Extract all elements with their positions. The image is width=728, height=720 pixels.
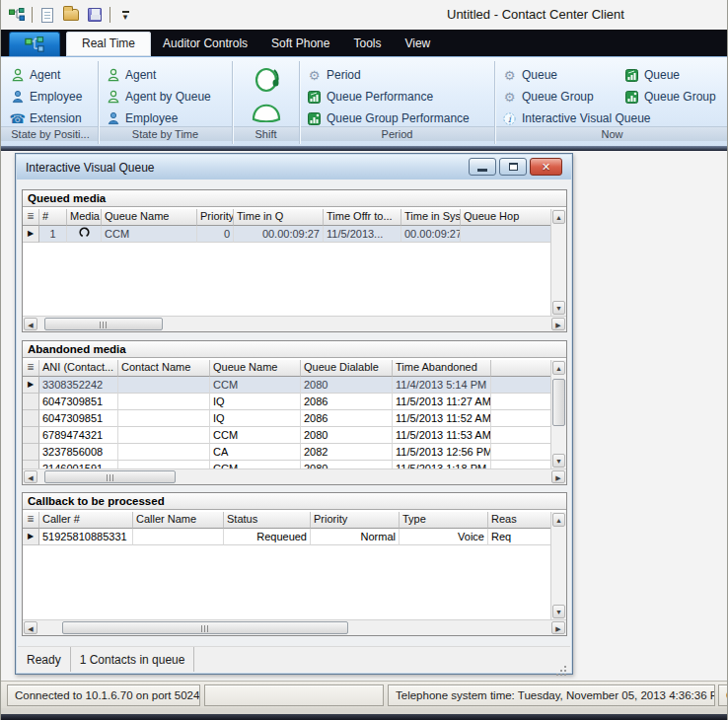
column-header[interactable]: Time Abandoned: [393, 360, 491, 377]
horizontal-scrollbar[interactable]: ◀ ▶: [23, 619, 566, 635]
scrollbar-thumb[interactable]: [62, 621, 348, 634]
scroll-down-icon[interactable]: ▼: [552, 454, 565, 468]
ribbon-item-extension[interactable]: ☎ Extension: [3, 108, 98, 129]
vertical-scrollbar[interactable]: ▲ ▼: [550, 209, 566, 316]
scroll-left-icon[interactable]: ◀: [24, 470, 37, 483]
scroll-up-icon[interactable]: ▲: [552, 513, 565, 527]
row-selector: [23, 394, 39, 410]
status-right-panel: Cu: [718, 684, 728, 706]
scroll-up-icon[interactable]: ▲: [552, 210, 565, 224]
table-row[interactable]: ▶ 1 CCM 0 00.00:09:27 11/5/2013... 00.00…: [23, 226, 566, 243]
scroll-right-icon[interactable]: ▶: [551, 470, 565, 483]
ribbon-item-queue-chart-now[interactable]: Queue: [624, 64, 728, 86]
open-folder-icon[interactable]: [62, 6, 80, 24]
column-options-icon[interactable]: ≣: [23, 209, 39, 226]
scroll-right-icon[interactable]: ▶: [551, 318, 565, 330]
table-row[interactable]: 3237856008 CA 2082 11/5/2013 12:56 PM: [23, 444, 566, 461]
interactive-visual-queue-window: Interactive Visual Queue ✕ Queued media …: [15, 153, 573, 675]
ribbon-item-queue-now[interactable]: ⚙ Queue: [495, 64, 643, 86]
column-header[interactable]: Contact Name: [118, 360, 210, 377]
cell-time-abandoned: 11/5/2013 12:56 PM: [393, 444, 491, 461]
column-header[interactable]: Media...: [67, 209, 102, 226]
ribbon-item-queue-group-now[interactable]: ⚙ Queue Group: [495, 86, 643, 108]
tab-real-time[interactable]: Real Time: [66, 32, 151, 56]
ribbon-item-agent[interactable]: Agent: [3, 64, 98, 86]
tab-tools[interactable]: Tools: [341, 32, 393, 56]
ribbon-item-label: Queue: [644, 68, 680, 82]
vertical-scrollbar[interactable]: ▲ ▼: [550, 360, 566, 468]
column-header[interactable]: #: [39, 209, 67, 226]
scroll-left-icon[interactable]: ◀: [24, 621, 37, 634]
maximize-button[interactable]: [499, 158, 527, 176]
table-row[interactable]: ▶ 3308352242 CCM 2080 11/4/2013 5:14 PM: [23, 377, 566, 394]
column-options-icon[interactable]: ≣: [23, 360, 39, 377]
status-connection: Connected to 10.1.6.70 on port 5024: [7, 684, 200, 706]
column-header[interactable]: Time in Sys: [401, 209, 461, 226]
horizontal-scrollbar[interactable]: ◀ ▶: [23, 316, 566, 331]
cell-queue-name: CA: [210, 444, 301, 461]
ribbon-item-agent-time[interactable]: Agent: [99, 64, 232, 86]
cell-ani: 6047309851: [39, 394, 118, 410]
horizontal-scrollbar[interactable]: ◀ ▶: [23, 468, 566, 484]
ribbon-item-employee[interactable]: Employee: [3, 86, 98, 108]
table-row[interactable]: 6789474321 CCM 2080 11/5/2013 11:53 AM: [23, 427, 566, 444]
scroll-right-icon[interactable]: ▶: [551, 621, 565, 634]
column-header[interactable]: Time Offr to...: [324, 209, 401, 226]
cell-contact-name: [118, 461, 210, 468]
new-document-icon[interactable]: [38, 6, 56, 24]
ivq-titlebar[interactable]: Interactive Visual Queue ✕: [17, 155, 571, 180]
column-header[interactable]: Queue Dialable: [301, 360, 393, 377]
scrollbar-thumb[interactable]: [552, 379, 565, 426]
ribbon-item-agent-by-queue[interactable]: Agent by Queue: [99, 86, 232, 108]
column-header[interactable]: Priority: [197, 209, 234, 226]
column-header[interactable]: Priority: [311, 512, 400, 529]
tab-soft-phone[interactable]: Soft Phone: [259, 32, 341, 56]
scroll-up-icon[interactable]: ▲: [552, 361, 565, 375]
row-selector: [23, 410, 39, 427]
agent-person-icon: [106, 90, 120, 105]
column-header[interactable]: Caller #: [39, 512, 133, 529]
column-header[interactable]: Queue Name: [210, 360, 301, 377]
scroll-down-icon[interactable]: ▼: [552, 605, 565, 618]
column-header[interactable]: Type: [400, 512, 488, 529]
ribbon-item-queue-performance[interactable]: Queue Performance: [300, 86, 494, 108]
table-row[interactable]: 2146001591 CCM 2080 11/5/2013 1:18 PM: [23, 461, 566, 468]
table-row[interactable]: ▶ 51925810885331 Requeued Normal Voice R…: [23, 529, 566, 545]
ribbon-group-now: ⚙ Queue ⚙ Queue Group i Interactive Visu…: [495, 57, 728, 147]
ribbon-item-employee-time[interactable]: Employee: [99, 108, 232, 129]
ribbon-item-queue-group-chart-now[interactable]: Queue Group: [624, 86, 728, 108]
column-header[interactable]: Queue Name: [102, 209, 197, 226]
column-header[interactable]: Status: [224, 512, 311, 529]
ribbon-item-period[interactable]: ⚙ Period: [300, 64, 494, 86]
ivq-window-title: Interactive Visual Queue: [17, 161, 155, 175]
app-status-bar: Connected to 10.1.6.70 on port 5024 Tele…: [1, 681, 728, 708]
vertical-scrollbar[interactable]: ▲ ▼: [550, 512, 566, 619]
tab-auditor-controls[interactable]: Auditor Controls: [151, 32, 259, 56]
column-header[interactable]: ANI (Contact...: [39, 360, 118, 377]
row-selector: [23, 461, 39, 468]
table-row[interactable]: 6047309851 IQ 2086 11/5/2013 11:27 AM: [23, 394, 566, 410]
close-button[interactable]: ✕: [530, 158, 562, 176]
app-logo-icon[interactable]: [8, 6, 26, 24]
save-icon[interactable]: [86, 6, 104, 24]
cell-queue-name: IQ: [210, 394, 301, 410]
resize-grip[interactable]: [564, 666, 566, 668]
scrollbar-thumb[interactable]: [44, 470, 176, 483]
ribbon-item-shift[interactable]: [233, 57, 299, 122]
column-header[interactable]: Caller Name: [133, 512, 224, 529]
minimize-button[interactable]: [469, 158, 496, 176]
tab-view[interactable]: View: [393, 32, 442, 56]
scrollbar-thumb[interactable]: [44, 318, 163, 330]
ivq-status-bar: Ready 1 Contacts in queue: [18, 646, 570, 672]
scroll-left-icon[interactable]: ◀: [24, 318, 37, 330]
toolbar-dropdown-icon[interactable]: ▾: [116, 6, 134, 24]
application-menu-button[interactable]: [9, 32, 60, 56]
table-row[interactable]: 6047309851 IQ 2086 11/5/2013 11:52 AM: [23, 410, 566, 427]
ribbon-item-interactive-visual-queue[interactable]: i Interactive Visual Queue: [495, 108, 643, 129]
cell-time-abandoned: 11/5/2013 11:27 AM: [393, 394, 491, 410]
column-header[interactable]: Time in Q: [234, 209, 324, 226]
cell-status: Requeued: [224, 529, 311, 545]
ribbon-item-queue-group-performance[interactable]: Queue Group Performance: [300, 108, 494, 129]
scroll-down-icon[interactable]: ▼: [552, 301, 565, 315]
column-options-icon[interactable]: ≣: [23, 512, 39, 529]
